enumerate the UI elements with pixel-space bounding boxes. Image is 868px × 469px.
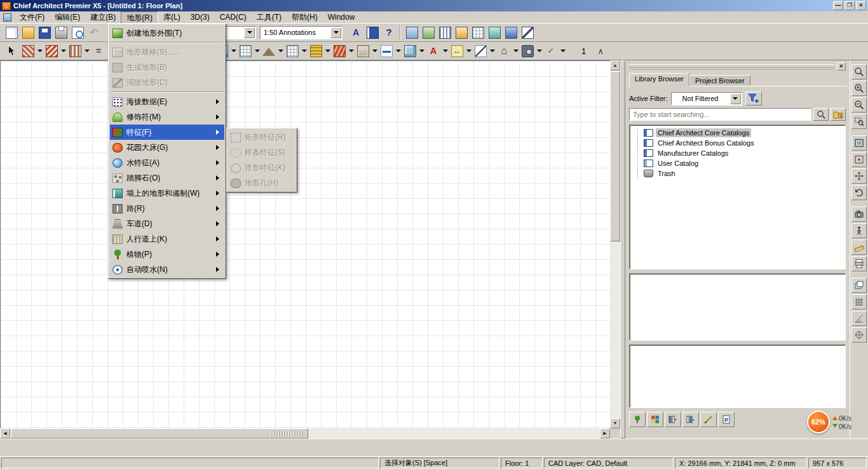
chevron-down-icon[interactable]	[277, 43, 284, 58]
tree-item-bonus-catalogs[interactable]: Chief Architect Bonus Catalogs	[631, 138, 844, 148]
terrain-line-button[interactable]	[378, 43, 395, 59]
chevron-down-icon[interactable]	[536, 43, 543, 58]
railing-tools-button[interactable]	[67, 43, 83, 59]
text-style-button[interactable]	[348, 24, 364, 41]
library-button[interactable]	[364, 24, 381, 41]
wall-tools-button[interactable]	[20, 43, 36, 59]
tree-item-core-catalogs[interactable]: Chief Architect Core Catalogs	[631, 128, 844, 138]
chevron-down-icon[interactable]	[230, 43, 237, 58]
save-button[interactable]	[36, 24, 53, 41]
camera-view-button[interactable]	[851, 207, 867, 222]
search-button[interactable]	[813, 108, 829, 121]
full-overview-button[interactable]	[403, 24, 420, 41]
chevron-down-icon[interactable]	[301, 43, 308, 58]
panel-dock-bar[interactable]: ×	[628, 62, 847, 71]
filter-combobox[interactable]: Not Filtered	[671, 92, 742, 105]
chevron-down-icon[interactable]	[395, 43, 402, 58]
cross-section-button[interactable]	[519, 24, 536, 41]
chevron-down-icon[interactable]	[559, 43, 566, 58]
sketch-mode-button[interactable]	[700, 412, 717, 427]
chevron-down-icon[interactable]	[324, 43, 331, 58]
plan-grid-button[interactable]	[470, 24, 486, 41]
maximize-button[interactable]: ❐	[844, 1, 855, 10]
menu-window[interactable]: Window	[323, 11, 360, 24]
menu-terrain[interactable]: 地形(R)	[121, 11, 158, 24]
house-camera-button[interactable]	[496, 43, 512, 59]
minimize-button[interactable]: —	[833, 1, 843, 10]
chevron-down-icon[interactable]	[83, 43, 90, 58]
materials-filter-button[interactable]	[647, 412, 663, 427]
scroll-down-icon[interactable]: ▼	[610, 418, 620, 428]
panel-splitter[interactable]	[620, 60, 625, 438]
scroll-left-icon[interactable]: ◀	[0, 428, 10, 438]
table-tools-button[interactable]	[237, 43, 254, 59]
new-document-button[interactable]	[3, 24, 20, 41]
chevron-down-icon[interactable]	[512, 43, 519, 58]
zoom-in-button[interactable]	[851, 81, 867, 96]
chevron-down-icon[interactable]	[244, 27, 255, 38]
chevron-down-icon[interactable]	[254, 43, 261, 58]
menu-item-elevation-data[interactable]: 海拔数据(E)	[110, 94, 224, 109]
canvas-vertical-scrollbar[interactable]: ▲ ▼	[610, 60, 620, 428]
cad-detail-button[interactable]	[486, 24, 503, 41]
menu-item-sprinkler[interactable]: 自动喷水(N)	[110, 262, 224, 277]
chevron-down-icon[interactable]	[36, 43, 43, 58]
menu-item-driveway[interactable]: 车道(D)	[110, 216, 224, 231]
framing-tools-button[interactable]	[284, 43, 301, 59]
menu-item-plant[interactable]: 植物(P)	[110, 247, 224, 262]
chevron-down-icon[interactable]	[465, 43, 472, 58]
dimension-tools-button[interactable]	[449, 43, 465, 59]
menu-item-garden-bed[interactable]: 花园大床(G)	[110, 140, 224, 155]
menu-help[interactable]: 帮助(H)	[287, 11, 323, 24]
hide-columns-button[interactable]	[682, 412, 699, 427]
select-objects-button[interactable]	[3, 43, 20, 59]
cad-tools-button[interactable]	[472, 43, 489, 59]
menu-edit[interactable]: 编辑(E)	[50, 11, 85, 24]
menu-library[interactable]: 库(L)	[158, 11, 186, 24]
download-percent-badge[interactable]: 62%	[807, 411, 830, 433]
material-list-button[interactable]	[453, 24, 470, 41]
menu-item-feature[interactable]: 特征(F)	[110, 125, 224, 140]
print-preview-button[interactable]	[69, 24, 86, 41]
tab-project-browser[interactable]: Project Browser	[689, 75, 750, 86]
tree-item-manufacturer-catalogs[interactable]: Manufacturer Catalogs	[631, 148, 844, 158]
stair-tools-button[interactable]	[308, 43, 324, 59]
horizontal-scroll-thumb[interactable]	[11, 428, 308, 438]
download-indicator[interactable]: 62% 0K/s 0K/s	[807, 409, 868, 435]
menu-item-create-terrain-perimeter[interactable]: 创建地形外围(T)	[110, 25, 224, 41]
plants-filter-button[interactable]	[629, 412, 646, 427]
deck-tools-button[interactable]	[43, 43, 60, 59]
panel-close-icon[interactable]: ×	[837, 62, 846, 71]
framing-columns-button[interactable]	[437, 24, 453, 41]
chevron-down-icon[interactable]	[730, 93, 741, 104]
search-input[interactable]	[629, 108, 811, 121]
menu-item-stepping-stone[interactable]: 踏脚石(O)	[110, 170, 224, 186]
drawing-canvas[interactable]	[0, 60, 610, 428]
chevron-down-icon[interactable]	[348, 43, 355, 58]
chevron-down-icon[interactable]	[60, 43, 67, 58]
terrain-view-button[interactable]	[420, 24, 437, 41]
fill-window-button[interactable]	[851, 135, 867, 151]
chevron-down-icon[interactable]	[489, 43, 496, 58]
show-columns-button[interactable]	[665, 412, 681, 427]
chevron-down-icon[interactable]	[442, 43, 449, 58]
menu-cad[interactable]: CAD(C)	[215, 11, 252, 24]
angle-snap-button[interactable]	[851, 311, 867, 326]
zoom-out-button[interactable]	[851, 97, 867, 112]
menu-item-sidewalk[interactable]: 人行道上(K)	[110, 231, 224, 247]
roofing-tools-button[interactable]	[331, 43, 348, 59]
zoom-button[interactable]	[851, 64, 867, 79]
zoom-window-button[interactable]	[851, 114, 867, 129]
grid-snap-button[interactable]	[851, 294, 867, 309]
walkthrough-button[interactable]	[851, 223, 867, 238]
equal-tools-button[interactable]	[90, 43, 107, 59]
object-3d-button[interactable]	[402, 43, 418, 59]
print-view-button[interactable]	[851, 256, 867, 271]
pan-button[interactable]	[851, 168, 867, 184]
cabinet-tools-button[interactable]	[355, 43, 371, 59]
chevron-down-icon[interactable]	[418, 43, 425, 58]
canvas-horizontal-scrollbar[interactable]: ◀ ▶	[0, 428, 610, 438]
menu-tools[interactable]: 工具(T)	[252, 11, 287, 24]
elevation-view-button[interactable]	[503, 24, 519, 41]
menu-build[interactable]: 建立(B)	[85, 11, 121, 24]
